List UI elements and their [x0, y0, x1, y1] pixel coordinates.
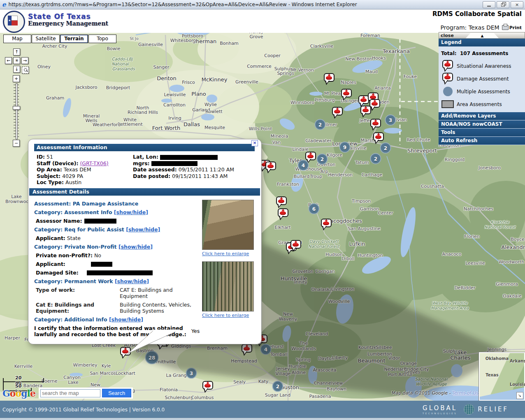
- field-value: State: [67, 235, 81, 241]
- pan-up-button[interactable]: ↑: [13, 48, 20, 55]
- assessment-marker[interactable]: [120, 347, 131, 355]
- pan-down-button[interactable]: ↓: [13, 66, 20, 73]
- assessment-marker[interactable]: [290, 240, 301, 249]
- info-row: Subject: 4029 PA: [37, 173, 133, 180]
- cluster-marker[interactable]: 2: [380, 143, 391, 154]
- detail-row: Damaged Site:: [28, 270, 200, 276]
- map-search-bar: Google Search: [2, 388, 133, 399]
- cluster-marker[interactable]: 4: [298, 160, 309, 171]
- cluster-marker[interactable]: 6: [309, 203, 320, 215]
- assessment-marker[interactable]: [324, 73, 335, 82]
- popup-close-icon[interactable]: ×: [251, 140, 258, 146]
- info-row: Staff (Device): (GRT-TX06): [37, 160, 133, 167]
- minimize-button[interactable]: [483, 1, 495, 8]
- info-label: Subject:: [37, 173, 60, 179]
- panel-section-add-remove-layers[interactable]: Add/Remove Layers: [439, 112, 525, 120]
- cluster-marker[interactable]: 4: [260, 344, 272, 355]
- assessment-marker[interactable]: [360, 106, 371, 114]
- enlarge-photo-link[interactable]: Click here to enlarge: [202, 251, 256, 256]
- map-type-map[interactable]: Map: [3, 35, 31, 43]
- global-relief-logo: GLOBAL TECHNOLOGIES RELIEF: [423, 404, 509, 415]
- category-label: Category: Assessment Info: [34, 209, 112, 215]
- restore-button[interactable]: [497, 1, 509, 8]
- cluster-marker[interactable]: 2: [370, 153, 381, 164]
- info-label: Staff (Device):: [37, 160, 79, 166]
- map-type-topo[interactable]: Topo: [88, 35, 116, 43]
- detail-row: Assessor Name:: [28, 218, 200, 224]
- assessment-photo[interactable]: [202, 200, 254, 250]
- assessment-marker[interactable]: [373, 132, 384, 141]
- assessment-marker[interactable]: [305, 152, 316, 160]
- info-label: Date posted:: [133, 173, 170, 179]
- category-label: Category: Additional Info: [34, 316, 107, 323]
- assessment-marker[interactable]: [321, 219, 332, 227]
- legend-header[interactable]: Legend: [439, 39, 525, 47]
- cluster-marker[interactable]: 9: [339, 142, 351, 153]
- field-label: Private non-Profit?:: [36, 252, 93, 258]
- program-label: Program: Texas DEM: [441, 24, 499, 31]
- assessment-marker[interactable]: [265, 162, 276, 170]
- pan-right-button[interactable]: →: [21, 57, 28, 64]
- pan-left-button[interactable]: ←: [5, 57, 12, 64]
- popup-details: Assessment: PA Damage AssistanceCategory…: [28, 198, 200, 340]
- terms-of-use-link[interactable]: Terms of Use: [452, 390, 481, 396]
- enlarge-photo-link[interactable]: Click here to enlarge: [202, 313, 256, 318]
- search-input[interactable]: [40, 389, 100, 397]
- org-name-line2: Emergency Management: [28, 21, 108, 27]
- zoom-out-button[interactable]: −: [13, 140, 20, 147]
- cluster-marker[interactable]: 2: [272, 381, 283, 392]
- assessment-marker[interactable]: [242, 344, 252, 353]
- cluster-marker[interactable]: 3: [385, 115, 396, 126]
- info-value: Austin: [65, 179, 81, 185]
- zoom-slider-track[interactable]: [16, 83, 18, 139]
- app-title: RDMS Collaborate Spatial: [432, 10, 522, 18]
- cluster-marker[interactable]: 3: [186, 368, 197, 379]
- panel-section-auto-refresh[interactable]: Auto Refresh: [439, 137, 525, 145]
- inset-collapse-icon[interactable]: →: [516, 392, 523, 399]
- search-button[interactable]: Search: [102, 389, 131, 397]
- panel-section-tools[interactable]: Tools: [439, 129, 525, 137]
- show-hide-link[interactable]: [show/hide]: [118, 244, 153, 250]
- show-hide-link[interactable]: [show/hide]: [126, 226, 160, 233]
- cluster-marker[interactable]: 28: [145, 351, 159, 365]
- inset-state-label: Oklahoma: [486, 356, 509, 361]
- assessment-photo[interactable]: [202, 261, 254, 312]
- detail-row: Category: Permanent Work [show/hide]: [28, 278, 200, 284]
- google-logo: Google: [2, 388, 35, 399]
- assessment-marker[interactable]: [278, 208, 288, 217]
- panel-section-noaa-nos-nowcoast[interactable]: NOAA/NOS nowCOAST: [439, 120, 525, 129]
- assessment-marker[interactable]: [332, 107, 343, 115]
- info-row: ID: 51: [37, 154, 133, 160]
- recenter-button[interactable]: ✳: [13, 57, 20, 64]
- assessment-marker[interactable]: [341, 89, 352, 97]
- show-hide-link[interactable]: [show/hide]: [115, 278, 149, 284]
- inset-state-label: Arkansas: [510, 359, 525, 363]
- overview-inset-map[interactable]: OklahomaArkansasTexasLouisiana →: [479, 352, 525, 401]
- browser-window: e https://texas.grtrdms.com/?mws=&Progra…: [0, 0, 525, 420]
- cluster-marker[interactable]: 2: [317, 154, 328, 165]
- assessment-marker[interactable]: [202, 381, 213, 390]
- panel-close-label: close: [441, 33, 454, 38]
- zoom-box-icon[interactable]: [22, 67, 29, 74]
- assessment-marker[interactable]: [276, 196, 287, 205]
- legend-item-label: Multiple Assessments: [457, 89, 510, 95]
- print-button[interactable]: Print: [502, 25, 522, 30]
- show-hide-link[interactable]: [show/hide]: [109, 316, 143, 323]
- right-panel: close ▲ Legend Total: 107 Assessments Si…: [439, 32, 525, 145]
- field-value: No: [94, 252, 101, 258]
- show-hide-link[interactable]: [show/hide]: [114, 209, 148, 215]
- category-label: Category: Req for Public Assist: [34, 226, 124, 233]
- zoom-in-button[interactable]: +: [13, 75, 20, 82]
- assessment-marker[interactable]: [369, 99, 380, 108]
- map-type-terrain[interactable]: Terrain: [60, 35, 88, 43]
- assessment-balloon-icon: [439, 60, 457, 72]
- device-link[interactable]: (GRT-TX06): [80, 160, 108, 166]
- map-type-satellite[interactable]: Satellite: [32, 35, 60, 43]
- legend-item: Situational Awareness: [439, 60, 525, 72]
- panel-close-tab[interactable]: close ▲: [439, 32, 525, 39]
- assessment-marker[interactable]: [370, 119, 381, 127]
- zoom-slider-handle[interactable]: [13, 106, 20, 110]
- close-window-button[interactable]: ×: [511, 1, 523, 8]
- legend-item-label: Area Assessments: [457, 102, 502, 107]
- cluster-marker[interactable]: 2: [315, 119, 326, 130]
